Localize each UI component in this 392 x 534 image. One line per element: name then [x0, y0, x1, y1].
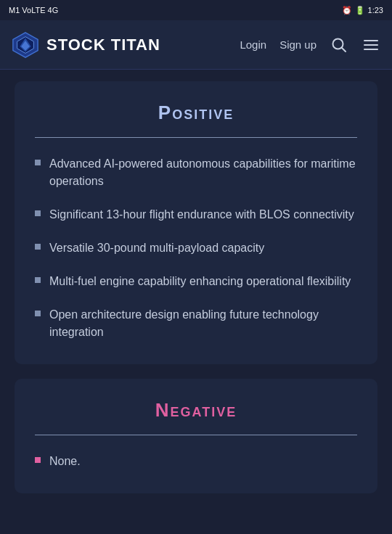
battery-icon: 🔋: [355, 6, 365, 15]
search-icon[interactable]: [330, 36, 348, 54]
login-link[interactable]: Login: [240, 38, 266, 51]
signup-link[interactable]: Sign up: [279, 38, 317, 51]
nav-links: Login Sign up: [240, 36, 380, 54]
logo-text: STOCK TITAN: [46, 36, 160, 54]
header: STOCK TITAN Login Sign up: [0, 20, 392, 70]
bullet-icon: [35, 160, 41, 165]
positive-title: Positive: [35, 102, 357, 124]
positive-section: Positive Advanced AI-powered autonomous …: [15, 81, 377, 364]
positive-divider: [35, 137, 357, 138]
alarm-icon: ⏰: [342, 6, 352, 15]
bullet-icon: [35, 457, 41, 463]
positive-item-4: Multi-fuel engine capability enhancing o…: [49, 273, 351, 290]
status-bar: M1 VoLTE 4G ⏰ 🔋 1:23: [0, 0, 392, 20]
negative-section: Negative None.: [15, 379, 377, 493]
positive-bullet-list: Advanced AI-powered autonomous capabilit…: [35, 155, 357, 341]
main-content: Positive Advanced AI-powered autonomous …: [0, 70, 392, 522]
status-bar-left: M1 VoLTE 4G: [9, 6, 58, 15]
negative-item-1: None.: [49, 453, 81, 470]
positive-item-3: Versatile 30-pound multi-payload capacit…: [49, 239, 264, 257]
list-item: Advanced AI-powered autonomous capabilit…: [35, 155, 357, 190]
positive-item-2: Significant 13-hour flight endurance wit…: [49, 206, 354, 223]
positive-item-5: Open architecture design enabling future…: [49, 306, 357, 341]
bullet-icon: [35, 210, 41, 216]
list-item: Open architecture design enabling future…: [35, 306, 357, 341]
list-item: None.: [35, 453, 357, 470]
positive-item-1: Advanced AI-powered autonomous capabilit…: [49, 155, 357, 190]
logo-area: STOCK TITAN: [12, 31, 240, 59]
negative-bullet-list: None.: [35, 453, 357, 470]
list-item: Versatile 30-pound multi-payload capacit…: [35, 239, 357, 257]
status-bar-right: ⏰ 🔋 1:23: [342, 6, 383, 15]
carrier-text: M1 VoLTE 4G: [9, 6, 58, 15]
logo-icon: [12, 31, 39, 59]
bullet-icon: [35, 311, 41, 316]
negative-title: Negative: [35, 399, 357, 422]
bullet-icon: [35, 244, 41, 250]
svg-line-3: [342, 47, 346, 52]
bullet-icon: [35, 277, 41, 283]
menu-icon[interactable]: [362, 36, 380, 54]
time-text: 1:23: [368, 6, 383, 15]
list-item: Significant 13-hour flight endurance wit…: [35, 206, 357, 223]
list-item: Multi-fuel engine capability enhancing o…: [35, 273, 357, 290]
negative-divider: [35, 435, 357, 435]
